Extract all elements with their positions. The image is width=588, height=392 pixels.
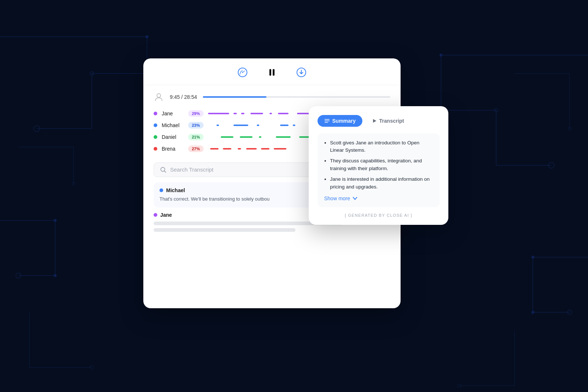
- svg-rect-54: [269, 113, 272, 114]
- svg-rect-71: [240, 136, 253, 138]
- michael-pct: 23%: [188, 122, 204, 129]
- daniel-name: Daniel: [162, 134, 184, 140]
- generated-footer: [ GENERATED BY CLOSE AI ]: [318, 213, 440, 217]
- svg-point-34: [146, 35, 148, 38]
- svg-rect-45: [269, 69, 271, 76]
- pause-icon[interactable]: [266, 66, 278, 78]
- svg-rect-77: [223, 148, 231, 150]
- tab-transcript-label: Transcript: [379, 118, 404, 124]
- svg-point-40: [531, 256, 534, 259]
- speedometer-icon[interactable]: [237, 66, 248, 78]
- generated-label: [ GENERATED BY CLOSE AI ]: [345, 213, 412, 217]
- scene-container: 9:45 / 28:54 Jane 29%: [143, 58, 445, 334]
- svg-rect-78: [238, 148, 241, 150]
- svg-point-39: [54, 274, 57, 277]
- summary-list: Scott gives Jane an introduction to Open…: [324, 139, 433, 191]
- transcript-michael-name: Michael: [166, 187, 185, 193]
- show-more-button[interactable]: Show more: [324, 195, 433, 201]
- svg-point-49: [157, 94, 161, 97]
- svg-point-41: [531, 311, 534, 314]
- svg-rect-51: [233, 113, 237, 114]
- show-more-label: Show more: [324, 195, 350, 201]
- progress-section: 9:45 / 28:54: [143, 85, 401, 107]
- svg-rect-50: [208, 113, 229, 114]
- svg-rect-63: [216, 125, 219, 126]
- svg-rect-73: [276, 136, 291, 138]
- svg-rect-80: [261, 148, 269, 150]
- tab-summary-button[interactable]: Summary: [318, 115, 362, 127]
- jane-dot: [154, 112, 157, 115]
- brena-dot: [154, 147, 157, 151]
- summary-list-icon: [324, 118, 330, 124]
- transcript-michael-dot: [159, 188, 163, 192]
- svg-rect-72: [259, 136, 261, 138]
- svg-point-38: [54, 219, 57, 222]
- time-separator: /: [181, 94, 184, 100]
- svg-rect-53: [250, 113, 263, 114]
- brena-name: Brena: [162, 146, 184, 152]
- search-icon: [160, 166, 166, 173]
- transcript-jane-dot: [154, 213, 157, 217]
- brena-pct: 27%: [188, 145, 204, 152]
- svg-rect-79: [246, 148, 257, 150]
- svg-rect-64: [233, 125, 248, 126]
- daniel-dot: [154, 135, 157, 139]
- svg-rect-81: [274, 148, 287, 150]
- svg-rect-70: [221, 136, 234, 138]
- tab-transcript-button[interactable]: Transcript: [365, 115, 411, 127]
- transcript-jane-name: Jane: [160, 212, 172, 218]
- svg-point-36: [440, 54, 442, 57]
- michael-dot: [154, 123, 157, 127]
- svg-rect-46: [273, 69, 275, 76]
- progress-bar-fill: [203, 96, 266, 98]
- toolbar: [143, 58, 401, 85]
- svg-marker-87: [373, 119, 376, 123]
- download-icon[interactable]: [295, 66, 307, 78]
- avatar-icon: [154, 92, 164, 102]
- svg-line-83: [165, 171, 166, 172]
- progress-bar-container[interactable]: [203, 96, 390, 98]
- total-time: 28:54: [184, 94, 197, 100]
- summary-point-1: Scott gives Jane an introduction to Open…: [330, 139, 433, 155]
- svg-point-44: [242, 72, 243, 73]
- jane-pct: 29%: [188, 110, 204, 117]
- summary-tabs: Summary Transcript: [318, 115, 440, 127]
- summary-content: Scott gives Jane an introduction to Open…: [318, 133, 440, 208]
- jane-name: Jane: [162, 111, 184, 116]
- svg-rect-65: [257, 125, 259, 126]
- current-time: 9:45: [170, 94, 180, 100]
- chevron-down-icon: [352, 196, 358, 201]
- michael-name: Michael: [162, 122, 184, 128]
- svg-rect-55: [278, 113, 288, 114]
- svg-point-82: [161, 167, 165, 171]
- svg-rect-67: [293, 125, 295, 126]
- summary-point-3: Jane is interested in additional informa…: [330, 176, 433, 191]
- summary-point-2: They discuss capabilities, integration, …: [330, 157, 433, 173]
- time-display: 9:45 / 28:54: [170, 94, 197, 100]
- svg-rect-66: [280, 125, 288, 126]
- tab-summary-label: Summary: [332, 118, 356, 124]
- svg-rect-52: [241, 113, 244, 114]
- daniel-pct: 21%: [188, 134, 204, 140]
- summary-card: Summary Transcript Scott gives Jane an i…: [309, 106, 448, 225]
- play-icon: [372, 118, 377, 123]
- svg-rect-76: [210, 148, 219, 150]
